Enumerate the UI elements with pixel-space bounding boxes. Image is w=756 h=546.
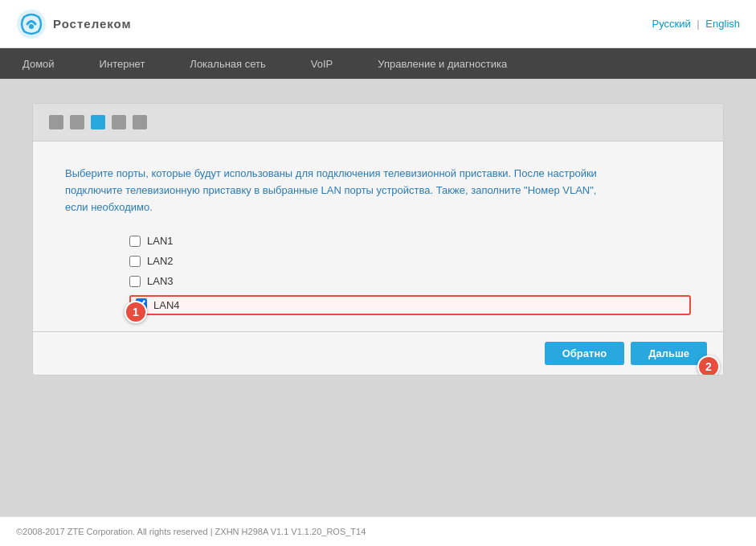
nav-internet[interactable]: Интернет xyxy=(77,48,168,79)
svg-point-1 xyxy=(29,24,34,29)
lan2-item: LAN2 xyxy=(129,255,691,267)
next-button[interactable]: Дальше xyxy=(631,342,707,365)
main-content: Выберите порты, которые будут использова… xyxy=(0,79,756,516)
logo-icon xyxy=(16,9,47,39)
lan4-wrapper: 1 xyxy=(136,298,147,312)
lan4-item: 1 LAN4 xyxy=(129,295,691,315)
lan3-checkbox[interactable] xyxy=(129,276,141,287)
lan2-label: LAN2 xyxy=(147,255,174,267)
step-dot-1 xyxy=(49,115,63,129)
lang-divider: | xyxy=(697,18,699,30)
lang-russian[interactable]: Русский xyxy=(652,18,690,30)
step-dot-4 xyxy=(112,115,126,129)
annotation-1: 1 xyxy=(125,301,147,323)
lan4-label: LAN4 xyxy=(153,299,180,311)
navbar: Домой Интернет Локальная сеть VoIP Управ… xyxy=(0,48,756,79)
header: Ростелеком Русский | English xyxy=(0,0,756,48)
nav-home[interactable]: Домой xyxy=(0,48,77,79)
nav-lan[interactable]: Локальная сеть xyxy=(167,48,288,79)
page-footer: ©2008-2017 ZTE Corporation. All rights r… xyxy=(0,516,756,546)
lan2-checkbox[interactable] xyxy=(129,256,141,267)
footer-copyright: ©2008-2017 ZTE Corporation. All rights r… xyxy=(16,527,366,536)
annotation-2: 2 xyxy=(697,355,720,376)
lang-english[interactable]: English xyxy=(705,18,740,30)
step-dot-5 xyxy=(133,115,147,129)
lan3-label: LAN3 xyxy=(147,275,174,287)
card-footer: Обратно Дальше 2 xyxy=(33,331,723,375)
lan1-label: LAN1 xyxy=(147,235,174,247)
wizard-card: Выберите порты, которые будут использова… xyxy=(32,103,724,376)
language-switcher: Русский | English xyxy=(652,18,740,30)
back-button[interactable]: Обратно xyxy=(545,342,624,365)
lan3-item: LAN3 xyxy=(129,275,691,287)
step-dot-2 xyxy=(70,115,84,129)
logo: Ростелеком xyxy=(16,9,132,39)
steps-bar xyxy=(33,104,723,142)
next-btn-wrapper: Дальше 2 xyxy=(631,342,707,365)
nav-voip[interactable]: VoIP xyxy=(288,48,355,79)
lan1-item: LAN1 xyxy=(129,235,691,247)
card-body: Выберите порты, которые будут использова… xyxy=(33,142,723,331)
logo-text: Ростелеком xyxy=(53,17,132,31)
step-dot-3 xyxy=(91,115,105,129)
description-text: Выберите порты, которые будут использова… xyxy=(65,166,611,216)
lan-list: LAN1 LAN2 LAN3 1 LAN xyxy=(129,235,691,315)
nav-management[interactable]: Управление и диагностика xyxy=(355,48,529,79)
lan1-checkbox[interactable] xyxy=(129,236,141,247)
